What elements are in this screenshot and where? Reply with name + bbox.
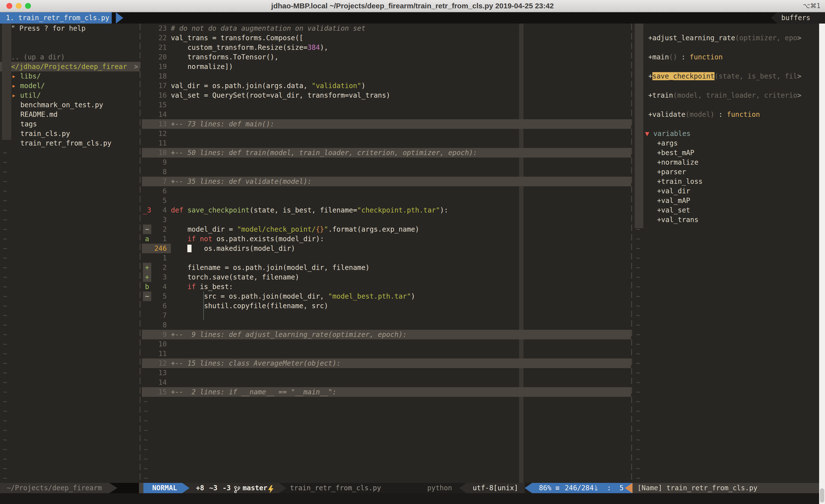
code-line[interactable]: val_trans = transforms.Compose([	[171, 33, 303, 43]
nerdtree-up-dir[interactable]: .. (up a dir)	[11, 52, 65, 62]
nerdtree-file-tags[interactable]: tags	[20, 119, 37, 129]
code-token: save_checkpoint	[188, 206, 249, 214]
line-number: 15	[150, 100, 167, 110]
empty-line-marker: ~	[3, 349, 7, 358]
truncation-marker: >	[797, 34, 802, 42]
nerdtree-dir-libs[interactable]: ▸ libs/	[12, 71, 41, 81]
right-scrollbar[interactable]	[819, 23, 825, 504]
folded-region[interactable]: 15+-- 2 lines: if __name__ == "__main__"…	[142, 387, 631, 397]
code-token	[171, 283, 188, 291]
empty-line-marker: ~	[636, 435, 640, 445]
line-number: 22	[150, 33, 167, 43]
colon-separator: :	[607, 483, 611, 493]
tag-signature: (model)	[685, 110, 715, 118]
empty-line-marker: ~	[636, 272, 640, 282]
empty-line-marker: ~	[3, 263, 7, 272]
tagbar-function-item[interactable]: +validate(model) : function	[648, 110, 760, 119]
tagbar-variable-item[interactable]: +val_trans	[657, 215, 698, 225]
tabline: 1. train_retr_from_cls.py buffers	[0, 12, 825, 23]
vertical-split-separator[interactable]	[631, 23, 632, 483]
nerdtree-file-train_cls-py[interactable]: train_cls.py	[20, 129, 70, 139]
empty-line-marker: ~	[636, 253, 640, 263]
line-number: 16	[150, 91, 167, 100]
tagbar-variable-item[interactable]: +parser	[657, 167, 686, 177]
tagbar-section-variables[interactable]: ▼ variables	[645, 129, 690, 139]
code-line[interactable]: if not os.path.exists(model_dir):	[171, 234, 324, 244]
tab-arrow-separator	[116, 12, 123, 23]
empty-line-marker: ~	[3, 358, 7, 368]
tagbar-variable-item[interactable]: +normalize	[657, 158, 698, 167]
tagbar-function-item[interactable]: +main() : function	[648, 52, 723, 62]
empty-line-marker: ~	[3, 320, 7, 330]
folded-region[interactable]: 12+-- 15 lines: class AverageMeter(objec…	[142, 358, 631, 368]
truncation-marker: >	[797, 72, 802, 80]
tagbar-variable-item[interactable]: +best_mAP	[657, 148, 694, 158]
buffers-label[interactable]: buffers	[777, 12, 825, 23]
code-token: "model/check_point/	[237, 225, 316, 233]
nerdtree-file-README-md[interactable]: README.md	[20, 110, 58, 119]
code-line[interactable]: val_dir = os.path.join(args.data, "valid…	[171, 81, 365, 91]
tagbar-function-item[interactable]: +train(model, train_loader, criterio>	[648, 91, 802, 100]
empty-line-marker: ~	[3, 253, 7, 263]
tagbar-variable-item[interactable]: +train_loss	[657, 177, 702, 186]
nerdtree-root-path[interactable]: </jdhao/Projects/deep_firear	[11, 62, 127, 71]
code-line[interactable]: shutil.copyfile(filename, src)	[171, 301, 328, 311]
line-number: 6	[150, 186, 167, 196]
empty-line-marker: ~	[144, 406, 148, 416]
nerdtree-dir-model[interactable]: ▸ model/	[12, 81, 45, 91]
code-line[interactable]: filename = os.path.join(model_dir, filen…	[171, 263, 370, 272]
code-line[interactable]: os.makedirs(model_dir)	[171, 244, 295, 253]
tagbar-function-item[interactable]: +save_checkpoint(state, is_best, fil>	[648, 71, 802, 81]
line-number: 246	[150, 244, 167, 253]
nerdtree-file-train_retr_from_cls-py[interactable]: train_retr_from_cls.py	[20, 139, 111, 148]
line-number: 11	[150, 349, 167, 358]
code-line[interactable]: src = os.path.join(model_dir, "model_bes…	[171, 291, 415, 301]
folded-region[interactable]: 10+-- 50 lines: def train(model, train_l…	[142, 148, 631, 158]
tagbar-variable-item[interactable]: +val_set	[657, 205, 690, 215]
line-number: 8	[150, 167, 167, 177]
tag-name-highlighted: save_checkpoint	[652, 72, 715, 80]
vertical-split-separator[interactable]	[140, 23, 140, 483]
tagbar-variable-item[interactable]: +args	[657, 139, 678, 148]
section-label: variables	[653, 130, 691, 138]
folded-region[interactable]: 7+-- 35 lines: def validate(model):	[142, 177, 631, 186]
tagbar-function-item[interactable]: +adjust_learning_rate(optimizer, epo>	[648, 33, 802, 43]
code-line[interactable]: # do not do data augmentation on validat…	[171, 23, 365, 33]
code-line[interactable]: model_dir = "model/check_point/{}".forma…	[171, 225, 419, 234]
empty-line-marker: ~	[3, 311, 7, 320]
code-line[interactable]: transforms.ToTensor(),	[171, 52, 279, 62]
empty-line-marker: ~	[144, 473, 148, 483]
nerdtree-dir-util[interactable]: ▸ util/	[12, 91, 41, 100]
empty-line-marker: ~	[144, 445, 148, 454]
code-line[interactable]: val_set = QuerySet(root=val_dir, transfo…	[171, 91, 390, 100]
code-token	[183, 206, 188, 214]
nerdtree-scrollbar[interactable]	[2, 23, 11, 140]
tagbar-variable-item[interactable]: +val_mAP	[657, 196, 690, 205]
code-line[interactable]: torch.save(state, filename)	[171, 272, 299, 282]
code-token: val_set = QuerySet(root=val_dir, transfo…	[171, 91, 390, 99]
code-token: val_dir = os.path.join(args.data,	[171, 82, 312, 90]
command-line[interactable]	[0, 493, 825, 504]
nerdtree-panel: " Press ? for help.. (up a dir)</jdhao/P…	[0, 23, 140, 483]
code-editor[interactable]: 23# do not do data augmentation on valid…	[142, 23, 631, 483]
code-line[interactable]: if is_best:	[171, 282, 233, 291]
line-number: 10	[150, 339, 167, 349]
line-number: 2	[150, 225, 167, 234]
empty-line-marker: ~	[636, 464, 640, 473]
code-line[interactable]: custom_transform.Resize(size=384),	[171, 43, 328, 52]
empty-line-marker: ~	[3, 445, 7, 454]
empty-line-marker: ~	[3, 368, 7, 377]
empty-line-marker: ~	[3, 339, 7, 349]
code-line[interactable]: def save_checkpoint(state, is_best, file…	[171, 205, 448, 215]
folded-region[interactable]: 13+-- 73 lines: def main():	[142, 119, 631, 129]
tab-train-retr-from-cls[interactable]: 1. train_retr_from_cls.py	[0, 12, 112, 23]
code-token: )	[411, 292, 415, 300]
nerdtree-file-benchmark_on_test-py[interactable]: benchmark_on_test.py	[20, 100, 103, 110]
tagbar-variable-item[interactable]: +val_dir	[657, 186, 690, 196]
folded-region[interactable]: 9+-- 9 lines: def adjust_learning_rate(o…	[142, 330, 631, 339]
tag-name: +main	[648, 53, 669, 61]
workspace: " Press ? for help.. (up a dir)</jdhao/P…	[0, 23, 825, 483]
code-line[interactable]: normalize])	[171, 62, 233, 71]
empty-line-marker: ~	[3, 435, 7, 445]
right-scrollbar-thumb[interactable]	[820, 488, 824, 503]
